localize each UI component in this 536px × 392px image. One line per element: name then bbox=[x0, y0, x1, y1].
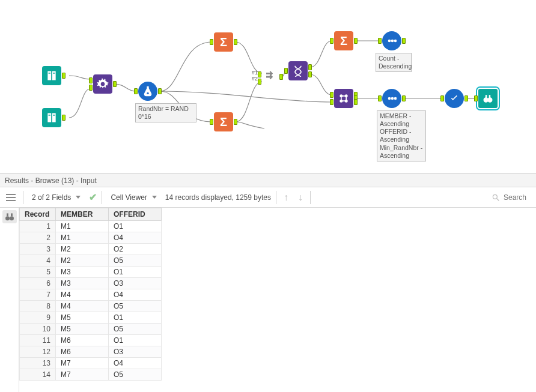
table-row[interactable]: 4M2O5 bbox=[20, 255, 162, 267]
svg-point-11 bbox=[394, 40, 397, 43]
cell-offerid[interactable]: O1 bbox=[109, 335, 162, 346]
cell-offerid[interactable]: O1 bbox=[109, 312, 162, 324]
cell-member[interactable]: M1 bbox=[56, 221, 109, 232]
table-row[interactable]: 11M6O1 bbox=[20, 335, 162, 346]
cell-offerid[interactable]: O4 bbox=[109, 358, 162, 369]
svg-point-9 bbox=[388, 40, 391, 43]
cell-viewer-dropdown[interactable]: Cell Viewer bbox=[107, 191, 160, 204]
workflow-canvas[interactable]: RandNbr = RAND 0*16 Σ Σ #1 #2 Σ Count - … bbox=[0, 0, 536, 174]
cell-member[interactable]: M5 bbox=[56, 324, 109, 335]
multi-field-tool[interactable] bbox=[93, 74, 112, 94]
cell-member[interactable]: M2 bbox=[56, 255, 109, 267]
col-offerid[interactable]: OFFERID bbox=[109, 208, 162, 221]
browse-tool[interactable] bbox=[478, 89, 498, 108]
results-grid[interactable]: Record MEMBER OFFERID 1M1O12M1O43M2O24M2… bbox=[19, 208, 536, 392]
sort-tool-2[interactable] bbox=[382, 89, 401, 108]
input-tool-1[interactable] bbox=[42, 66, 61, 85]
cell-member[interactable]: M1 bbox=[56, 232, 109, 244]
sort-tool-1[interactable] bbox=[382, 31, 401, 50]
table-row[interactable]: 2M1O4 bbox=[20, 232, 162, 244]
svg-point-7 bbox=[340, 100, 343, 103]
svg-point-14 bbox=[394, 97, 397, 100]
table-row[interactable]: 13M7O4 bbox=[20, 358, 162, 369]
summarize-tool-top[interactable]: Σ bbox=[214, 32, 233, 52]
row-number: 8 bbox=[20, 301, 56, 312]
svg-point-5 bbox=[340, 94, 343, 97]
nav-up-icon[interactable]: ↑ bbox=[281, 192, 291, 203]
sort2-annotation: MEMBER - Ascending OFFERID - Ascending M… bbox=[377, 110, 426, 161]
cell-offerid[interactable]: O5 bbox=[109, 369, 162, 381]
cell-offerid[interactable]: O5 bbox=[109, 324, 162, 335]
row-number: 2 bbox=[20, 232, 56, 244]
metadata-view-icon[interactable] bbox=[4, 191, 18, 204]
input-tool-2[interactable] bbox=[42, 108, 61, 127]
cell-offerid[interactable]: O5 bbox=[109, 301, 162, 312]
cell-member[interactable]: M2 bbox=[56, 244, 109, 255]
cell-member[interactable]: M6 bbox=[56, 335, 109, 346]
cell-offerid[interactable]: O4 bbox=[109, 232, 162, 244]
cell-offerid[interactable]: O2 bbox=[109, 244, 162, 255]
table-row[interactable]: 7M4O4 bbox=[20, 289, 162, 301]
nav-down-icon[interactable]: ↓ bbox=[296, 192, 305, 203]
cell-member[interactable]: M4 bbox=[56, 301, 109, 312]
select-tool[interactable] bbox=[445, 89, 464, 108]
cell-member[interactable]: M6 bbox=[56, 346, 109, 358]
svg-point-25 bbox=[10, 216, 14, 220]
results-sidebar bbox=[0, 208, 19, 392]
svg-rect-17 bbox=[486, 95, 487, 98]
cell-member[interactable]: M3 bbox=[56, 278, 109, 289]
search-box[interactable] bbox=[492, 193, 532, 202]
svg-rect-2 bbox=[49, 115, 50, 116]
table-row[interactable]: 3M2O2 bbox=[20, 244, 162, 255]
table-row[interactable]: 8M4O5 bbox=[20, 301, 162, 312]
join-tool[interactable] bbox=[334, 89, 353, 108]
row-number: 5 bbox=[20, 267, 56, 278]
cell-member[interactable]: M3 bbox=[56, 267, 109, 278]
formula-tool[interactable] bbox=[138, 82, 157, 101]
row-number: 13 bbox=[20, 358, 56, 369]
svg-rect-21 bbox=[6, 200, 16, 201]
cell-offerid[interactable]: O3 bbox=[109, 346, 162, 358]
row-number: 7 bbox=[20, 289, 56, 301]
svg-point-13 bbox=[391, 97, 394, 100]
cell-offerid[interactable]: O4 bbox=[109, 289, 162, 301]
table-row[interactable]: 10M5O5 bbox=[20, 324, 162, 335]
svg-rect-3 bbox=[53, 115, 55, 116]
svg-rect-27 bbox=[11, 213, 13, 216]
row-number: 9 bbox=[20, 312, 56, 324]
append-fields-tool[interactable] bbox=[288, 61, 308, 80]
results-title-bar: Results - Browse (13) - Input bbox=[0, 174, 536, 187]
cell-offerid[interactable]: O1 bbox=[109, 221, 162, 232]
table-row[interactable]: 1M1O1 bbox=[20, 221, 162, 232]
col-member[interactable]: MEMBER bbox=[56, 208, 109, 221]
table-row[interactable]: 14M7O5 bbox=[20, 369, 162, 381]
table-row[interactable]: 6M3O3 bbox=[20, 278, 162, 289]
summarize-tool-right[interactable]: Σ bbox=[334, 31, 353, 50]
svg-point-6 bbox=[345, 94, 348, 97]
union-tool[interactable] bbox=[262, 68, 279, 85]
binoculars-icon[interactable] bbox=[2, 210, 17, 223]
table-row[interactable]: 5M3O1 bbox=[20, 267, 162, 278]
svg-line-23 bbox=[497, 198, 499, 201]
svg-point-22 bbox=[493, 194, 497, 199]
fields-dropdown[interactable]: 2 of 2 Fields bbox=[28, 191, 84, 204]
summarize-tool-bottom[interactable]: Σ bbox=[214, 112, 233, 131]
cell-offerid[interactable]: O3 bbox=[109, 278, 162, 289]
cell-offerid[interactable]: O1 bbox=[109, 267, 162, 278]
results-table: Record MEMBER OFFERID 1M1O12M1O43M2O24M2… bbox=[19, 208, 162, 381]
svg-rect-26 bbox=[7, 213, 8, 216]
svg-point-15 bbox=[484, 97, 489, 102]
search-input[interactable] bbox=[502, 193, 532, 202]
cell-member[interactable]: M7 bbox=[56, 358, 109, 369]
cell-member[interactable]: M7 bbox=[56, 369, 109, 381]
apply-check-icon[interactable]: ✔ bbox=[89, 191, 97, 203]
col-record[interactable]: Record bbox=[20, 208, 56, 221]
table-row[interactable]: 9M5O1 bbox=[20, 312, 162, 324]
svg-point-16 bbox=[487, 97, 492, 102]
cell-offerid[interactable]: O5 bbox=[109, 255, 162, 267]
row-number: 4 bbox=[20, 255, 56, 267]
cell-member[interactable]: M4 bbox=[56, 289, 109, 301]
cell-member[interactable]: M5 bbox=[56, 312, 109, 324]
union-label-1: #1 bbox=[252, 70, 258, 76]
table-row[interactable]: 12M6O3 bbox=[20, 346, 162, 358]
